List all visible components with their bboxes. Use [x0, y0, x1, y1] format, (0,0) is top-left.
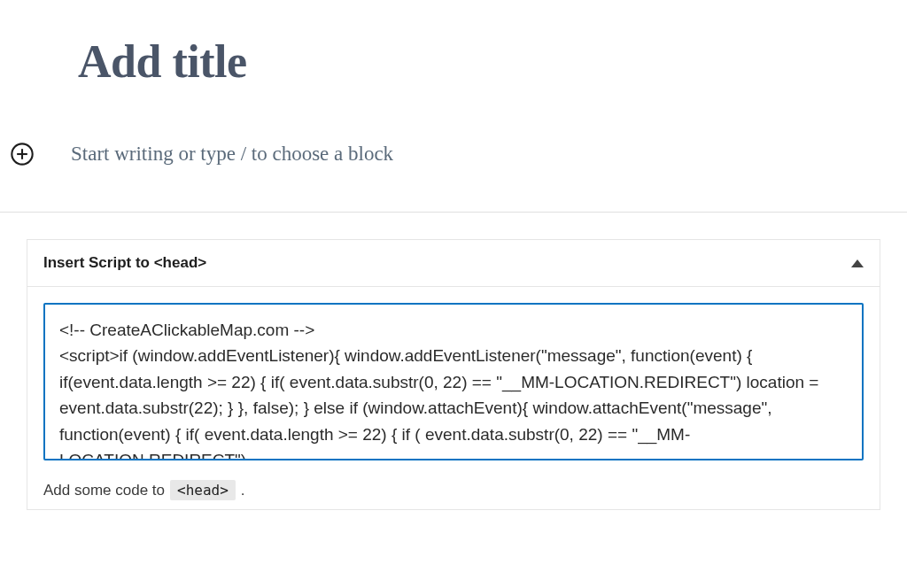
add-block-button[interactable]	[9, 141, 35, 167]
head-script-textarea[interactable]	[43, 303, 864, 460]
help-text-prefix: Add some code to	[43, 482, 165, 499]
panel-header-toggle[interactable]: Insert Script to <head>	[27, 240, 880, 287]
insert-script-head-panel: Insert Script to <head> Add some code to…	[27, 239, 880, 510]
chevron-up-icon	[851, 259, 864, 267]
content-block-placeholder[interactable]: Start writing or type / to choose a bloc…	[71, 143, 393, 166]
help-code-chip: <head>	[170, 480, 236, 500]
help-text: Add some code to <head> .	[27, 464, 880, 509]
panel-title: Insert Script to <head>	[43, 254, 206, 272]
post-title-input[interactable]: Add title	[78, 35, 907, 88]
plus-circle-icon	[10, 142, 35, 166]
section-divider	[0, 212, 907, 213]
help-text-suffix: .	[241, 482, 245, 499]
